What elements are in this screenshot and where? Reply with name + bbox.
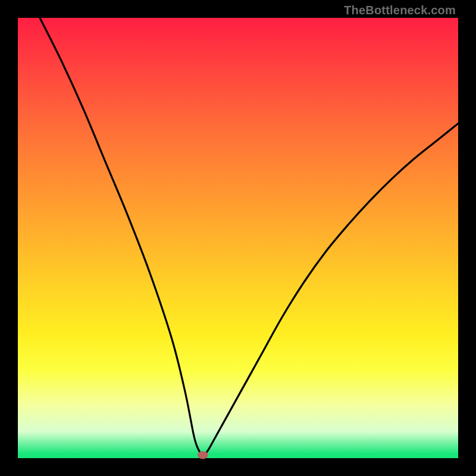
bottleneck-curve bbox=[40, 18, 458, 455]
chart-plot-area bbox=[18, 18, 458, 458]
watermark-text: TheBottleneck.com bbox=[344, 4, 456, 17]
bottleneck-marker bbox=[198, 451, 208, 459]
chart-frame: TheBottleneck.com bbox=[0, 0, 476, 476]
chart-svg bbox=[18, 18, 458, 458]
